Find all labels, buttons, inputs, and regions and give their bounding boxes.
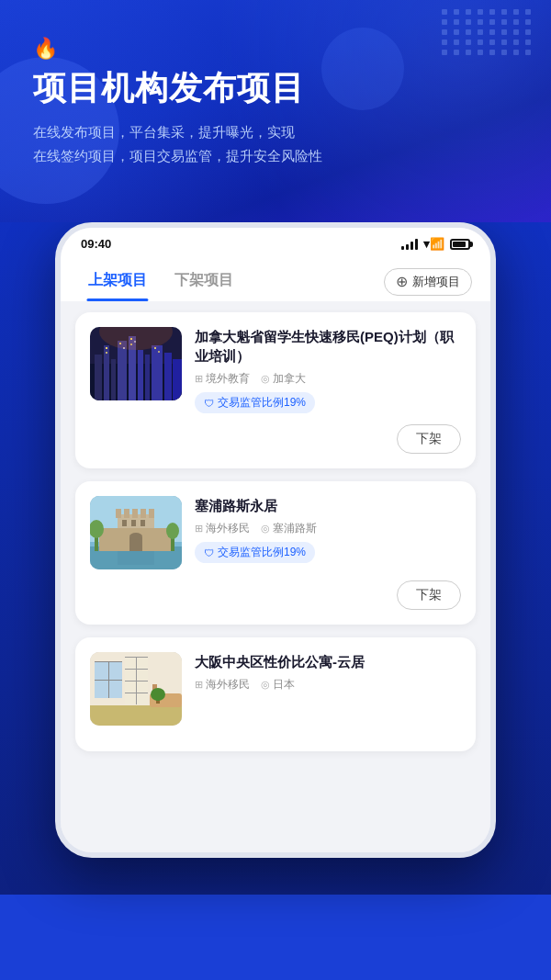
project-card: 加拿大魁省留学生快速移民(PEQ)计划（职业培训） ⊞ 境外教育 ◎ 加拿大 xyxy=(75,312,476,468)
meta-location: ◎ 加拿大 xyxy=(261,371,306,387)
card-info: 塞浦路斯永居 ⊞ 海外移民 ◎ 塞浦路斯 🛡 xyxy=(195,496,461,569)
signal-icon xyxy=(401,239,418,250)
card-meta: ⊞ 境外教育 ◎ 加拿大 xyxy=(195,371,461,387)
shield-icon: 🛡 xyxy=(204,547,214,558)
hero-subtitle-line1: 在线发布项目，平台集采，提升曝光，实现 xyxy=(33,124,295,140)
hero-flame-icon: 🔥 xyxy=(33,37,518,61)
tabs-row: 上架项目 下架项目 ⊕ 新增项目 xyxy=(79,262,472,301)
card-top: 塞浦路斯永居 ⊞ 海外移民 ◎ 塞浦路斯 🛡 xyxy=(90,496,461,569)
svg-rect-9 xyxy=(152,345,163,400)
project-card: 塞浦路斯永居 ⊞ 海外移民 ◎ 塞浦路斯 🛡 xyxy=(75,481,476,625)
project-image xyxy=(90,496,182,569)
svg-rect-2 xyxy=(95,355,102,400)
card-title: 塞浦路斯永居 xyxy=(195,496,461,515)
svg-rect-27 xyxy=(124,509,129,518)
svg-rect-30 xyxy=(149,509,154,518)
card-info: 大阪中央区性价比公寓-云居 ⊞ 海外移民 ◎ 日本 xyxy=(195,652,461,726)
phone-frame: 09:40 ▾📶 上架项目 xyxy=(55,222,496,858)
svg-rect-11 xyxy=(173,359,182,400)
svg-rect-41 xyxy=(118,551,154,565)
category-icon: ⊞ xyxy=(195,679,203,691)
wifi-icon: ▾📶 xyxy=(423,237,444,251)
tab-active-projects[interactable]: 上架项目 xyxy=(79,262,156,301)
hero-title: 项目机构发布项目 xyxy=(33,68,518,107)
svg-rect-34 xyxy=(122,520,127,526)
content-area: 加拿大魁省留学生快速移民(PEQ)计划（职业培训） ⊞ 境外教育 ◎ 加拿大 xyxy=(61,301,490,852)
svg-rect-19 xyxy=(154,347,156,349)
location-icon: ◎ xyxy=(261,523,270,535)
card-title: 加拿大魁省留学生快速移民(PEQ)计划（职业培训） xyxy=(195,327,461,366)
app-header: 上架项目 下架项目 ⊕ 新增项目 xyxy=(61,256,490,301)
trade-badge: 🛡 交易监管比例19% xyxy=(195,392,315,413)
meta-category: ⊞ 海外移民 xyxy=(195,677,250,693)
add-icon: ⊕ xyxy=(396,275,408,289)
svg-rect-29 xyxy=(141,509,146,518)
hero-subtitle-line2: 在线签约项目，项目交易监管，提升安全风险性 xyxy=(33,148,322,163)
card-meta: ⊞ 海外移民 ◎ 日本 xyxy=(195,677,461,693)
svg-point-58 xyxy=(151,688,165,701)
svg-rect-20 xyxy=(158,351,160,353)
meta-location: ◎ 日本 xyxy=(261,677,295,693)
status-time: 09:40 xyxy=(81,237,111,251)
shield-icon: 🛡 xyxy=(204,398,214,409)
project-card: 大阪中央区性价比公寓-云居 ⊞ 海外移民 ◎ 日本 xyxy=(75,637,476,751)
card-info: 加拿大魁省留学生快速移民(PEQ)计划（职业培训） ⊞ 境外教育 ◎ 加拿大 xyxy=(195,327,461,413)
svg-rect-33 xyxy=(129,533,142,540)
svg-rect-12 xyxy=(106,347,107,349)
meta-category: ⊞ 境外教育 xyxy=(195,371,250,387)
card-actions: 下架 xyxy=(90,580,461,610)
svg-point-40 xyxy=(166,523,179,539)
card-top: 大阪中央区性价比公寓-云居 ⊞ 海外移民 ◎ 日本 xyxy=(90,652,461,726)
card-top: 加拿大魁省留学生快速移民(PEQ)计划（职业培训） ⊞ 境外教育 ◎ 加拿大 xyxy=(90,327,461,413)
meta-category: ⊞ 海外移民 xyxy=(195,521,250,536)
card-title: 大阪中央区性价比公寓-云居 xyxy=(195,652,461,671)
tab-delisted-projects[interactable]: 下架项目 xyxy=(165,262,242,301)
battery-icon xyxy=(450,239,470,250)
project-image xyxy=(90,327,182,400)
project-image xyxy=(90,652,182,726)
phone-wrapper: 09:40 ▾📶 上架项目 xyxy=(0,222,551,895)
svg-rect-35 xyxy=(131,520,136,526)
card-meta: ⊞ 海外移民 ◎ 塞浦路斯 xyxy=(195,521,461,536)
category-icon: ⊞ xyxy=(195,523,203,535)
card-actions: 下架 xyxy=(90,424,461,454)
svg-rect-48 xyxy=(108,661,109,698)
trade-badge: 🛡 交易监管比例19% xyxy=(195,542,315,563)
location-icon: ◎ xyxy=(261,679,270,691)
svg-rect-7 xyxy=(138,350,143,400)
svg-rect-36 xyxy=(141,520,145,526)
svg-rect-8 xyxy=(145,355,150,400)
meta-location: ◎ 塞浦路斯 xyxy=(261,521,317,536)
svg-rect-54 xyxy=(136,657,137,704)
hero-subtitle: 在线发布项目，平台集采，提升曝光，实现 在线签约项目，项目交易监管，提升安全风险… xyxy=(33,120,518,167)
status-icons: ▾📶 xyxy=(401,237,470,251)
status-bar: 09:40 ▾📶 xyxy=(61,228,490,256)
svg-rect-26 xyxy=(116,509,121,518)
category-icon: ⊞ xyxy=(195,373,203,385)
tabs-left: 上架项目 下架项目 xyxy=(79,262,252,301)
hero-section: // Will be rendered inline after JSON pa… xyxy=(0,0,551,222)
location-icon: ◎ xyxy=(261,373,270,385)
svg-rect-13 xyxy=(106,352,107,354)
add-project-button[interactable]: ⊕ 新增项目 xyxy=(384,268,472,296)
svg-rect-10 xyxy=(164,353,172,400)
svg-rect-4 xyxy=(111,359,116,400)
delist-button[interactable]: 下架 xyxy=(397,424,461,454)
delist-button[interactable]: 下架 xyxy=(397,580,461,610)
svg-rect-28 xyxy=(132,509,138,518)
svg-rect-5 xyxy=(118,341,127,400)
